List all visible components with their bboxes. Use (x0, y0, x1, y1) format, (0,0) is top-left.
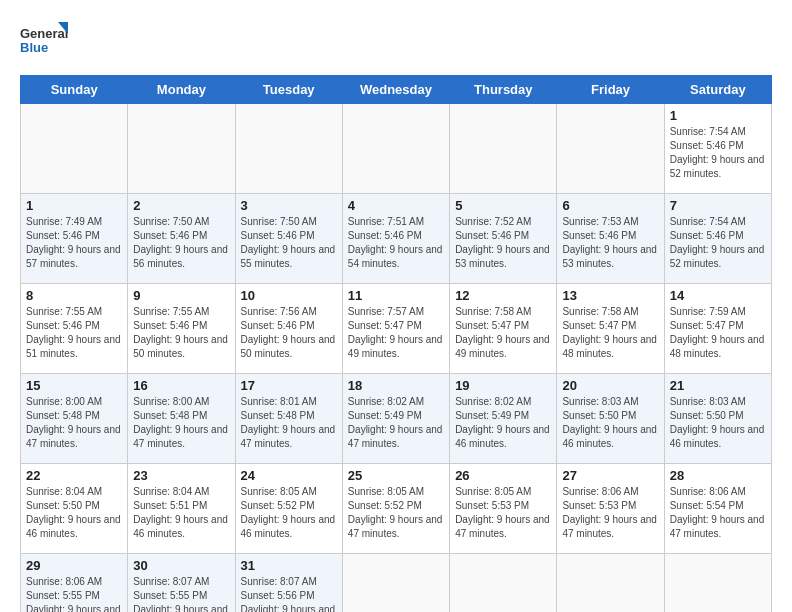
day-number: 20 (562, 378, 658, 393)
cell-info: Sunrise: 8:05 AMSunset: 5:52 PMDaylight:… (241, 485, 337, 541)
calendar-cell (21, 104, 128, 194)
day-number: 25 (348, 468, 444, 483)
cell-info: Sunrise: 8:04 AMSunset: 5:50 PMDaylight:… (26, 485, 122, 541)
calendar-cell (557, 554, 664, 613)
header: General Blue (20, 20, 772, 65)
day-number: 24 (241, 468, 337, 483)
day-number: 7 (670, 198, 766, 213)
day-number: 18 (348, 378, 444, 393)
cell-info: Sunrise: 8:01 AMSunset: 5:48 PMDaylight:… (241, 395, 337, 451)
calendar-header: SundayMondayTuesdayWednesdayThursdayFrid… (21, 76, 772, 104)
calendar-cell (450, 104, 557, 194)
cell-info: Sunrise: 8:00 AMSunset: 5:48 PMDaylight:… (133, 395, 229, 451)
cell-info: Sunrise: 8:06 AMSunset: 5:53 PMDaylight:… (562, 485, 658, 541)
day-number: 1 (670, 108, 766, 123)
calendar-cell (235, 104, 342, 194)
day-number: 28 (670, 468, 766, 483)
calendar-cell (450, 554, 557, 613)
cell-info: Sunrise: 7:50 AMSunset: 5:46 PMDaylight:… (241, 215, 337, 271)
day-number: 30 (133, 558, 229, 573)
calendar-cell: 9Sunrise: 7:55 AMSunset: 5:46 PMDaylight… (128, 284, 235, 374)
day-number: 21 (670, 378, 766, 393)
logo-svg: General Blue (20, 20, 70, 65)
day-number: 22 (26, 468, 122, 483)
calendar-cell: 12Sunrise: 7:58 AMSunset: 5:47 PMDayligh… (450, 284, 557, 374)
day-number: 10 (241, 288, 337, 303)
calendar-cell: 17Sunrise: 8:01 AMSunset: 5:48 PMDayligh… (235, 374, 342, 464)
calendar-week-row: 1Sunrise: 7:49 AMSunset: 5:46 PMDaylight… (21, 194, 772, 284)
calendar-cell: 18Sunrise: 8:02 AMSunset: 5:49 PMDayligh… (342, 374, 449, 464)
day-number: 6 (562, 198, 658, 213)
cell-info: Sunrise: 7:54 AMSunset: 5:46 PMDaylight:… (670, 215, 766, 271)
cell-info: Sunrise: 7:49 AMSunset: 5:46 PMDaylight:… (26, 215, 122, 271)
calendar-cell: 29Sunrise: 8:06 AMSunset: 5:55 PMDayligh… (21, 554, 128, 613)
cell-info: Sunrise: 7:53 AMSunset: 5:46 PMDaylight:… (562, 215, 658, 271)
day-number: 19 (455, 378, 551, 393)
calendar-cell: 10Sunrise: 7:56 AMSunset: 5:46 PMDayligh… (235, 284, 342, 374)
cell-info: Sunrise: 8:07 AMSunset: 5:56 PMDaylight:… (241, 575, 337, 612)
calendar-cell: 8Sunrise: 7:55 AMSunset: 5:46 PMDaylight… (21, 284, 128, 374)
calendar-cell: 13Sunrise: 7:58 AMSunset: 5:47 PMDayligh… (557, 284, 664, 374)
day-number: 14 (670, 288, 766, 303)
svg-text:Blue: Blue (20, 40, 48, 55)
calendar-cell: 2Sunrise: 7:50 AMSunset: 5:46 PMDaylight… (128, 194, 235, 284)
calendar-cell: 19Sunrise: 8:02 AMSunset: 5:49 PMDayligh… (450, 374, 557, 464)
calendar-cell: 15Sunrise: 8:00 AMSunset: 5:48 PMDayligh… (21, 374, 128, 464)
calendar-cell: 7Sunrise: 7:54 AMSunset: 5:46 PMDaylight… (664, 194, 771, 284)
cell-info: Sunrise: 7:59 AMSunset: 5:47 PMDaylight:… (670, 305, 766, 361)
calendar-cell: 1Sunrise: 7:54 AMSunset: 5:46 PMDaylight… (664, 104, 771, 194)
cell-info: Sunrise: 8:05 AMSunset: 5:52 PMDaylight:… (348, 485, 444, 541)
calendar-cell (557, 104, 664, 194)
day-number: 9 (133, 288, 229, 303)
cell-info: Sunrise: 7:58 AMSunset: 5:47 PMDaylight:… (455, 305, 551, 361)
day-number: 5 (455, 198, 551, 213)
calendar-table: SundayMondayTuesdayWednesdayThursdayFrid… (20, 75, 772, 612)
header-day-thursday: Thursday (450, 76, 557, 104)
day-number: 11 (348, 288, 444, 303)
calendar-cell: 22Sunrise: 8:04 AMSunset: 5:50 PMDayligh… (21, 464, 128, 554)
calendar-cell: 31Sunrise: 8:07 AMSunset: 5:56 PMDayligh… (235, 554, 342, 613)
cell-info: Sunrise: 7:55 AMSunset: 5:46 PMDaylight:… (26, 305, 122, 361)
calendar-cell: 16Sunrise: 8:00 AMSunset: 5:48 PMDayligh… (128, 374, 235, 464)
cell-info: Sunrise: 8:06 AMSunset: 5:55 PMDaylight:… (26, 575, 122, 612)
day-number: 15 (26, 378, 122, 393)
cell-info: Sunrise: 7:55 AMSunset: 5:46 PMDaylight:… (133, 305, 229, 361)
day-number: 4 (348, 198, 444, 213)
header-day-sunday: Sunday (21, 76, 128, 104)
cell-info: Sunrise: 8:02 AMSunset: 5:49 PMDaylight:… (348, 395, 444, 451)
calendar-cell: 27Sunrise: 8:06 AMSunset: 5:53 PMDayligh… (557, 464, 664, 554)
cell-info: Sunrise: 8:05 AMSunset: 5:53 PMDaylight:… (455, 485, 551, 541)
day-number: 3 (241, 198, 337, 213)
day-number: 29 (26, 558, 122, 573)
calendar-cell: 25Sunrise: 8:05 AMSunset: 5:52 PMDayligh… (342, 464, 449, 554)
cell-info: Sunrise: 7:56 AMSunset: 5:46 PMDaylight:… (241, 305, 337, 361)
day-number: 13 (562, 288, 658, 303)
cell-info: Sunrise: 7:54 AMSunset: 5:46 PMDaylight:… (670, 125, 766, 181)
calendar-cell: 28Sunrise: 8:06 AMSunset: 5:54 PMDayligh… (664, 464, 771, 554)
day-number: 31 (241, 558, 337, 573)
logo: General Blue (20, 20, 70, 65)
day-number: 12 (455, 288, 551, 303)
calendar-cell (664, 554, 771, 613)
cell-info: Sunrise: 8:02 AMSunset: 5:49 PMDaylight:… (455, 395, 551, 451)
calendar-cell: 1Sunrise: 7:49 AMSunset: 5:46 PMDaylight… (21, 194, 128, 284)
calendar-cell: 5Sunrise: 7:52 AMSunset: 5:46 PMDaylight… (450, 194, 557, 284)
calendar-cell: 4Sunrise: 7:51 AMSunset: 5:46 PMDaylight… (342, 194, 449, 284)
cell-info: Sunrise: 8:07 AMSunset: 5:55 PMDaylight:… (133, 575, 229, 612)
header-day-tuesday: Tuesday (235, 76, 342, 104)
calendar-cell: 21Sunrise: 8:03 AMSunset: 5:50 PMDayligh… (664, 374, 771, 464)
svg-text:General: General (20, 26, 68, 41)
day-number: 26 (455, 468, 551, 483)
cell-info: Sunrise: 7:52 AMSunset: 5:46 PMDaylight:… (455, 215, 551, 271)
header-day-wednesday: Wednesday (342, 76, 449, 104)
calendar-body: 1Sunrise: 7:54 AMSunset: 5:46 PMDaylight… (21, 104, 772, 613)
calendar-week-row: 29Sunrise: 8:06 AMSunset: 5:55 PMDayligh… (21, 554, 772, 613)
cell-info: Sunrise: 8:03 AMSunset: 5:50 PMDaylight:… (670, 395, 766, 451)
header-day-friday: Friday (557, 76, 664, 104)
cell-info: Sunrise: 7:51 AMSunset: 5:46 PMDaylight:… (348, 215, 444, 271)
day-number: 16 (133, 378, 229, 393)
header-row: SundayMondayTuesdayWednesdayThursdayFrid… (21, 76, 772, 104)
day-number: 8 (26, 288, 122, 303)
calendar-cell: 14Sunrise: 7:59 AMSunset: 5:47 PMDayligh… (664, 284, 771, 374)
calendar-cell: 30Sunrise: 8:07 AMSunset: 5:55 PMDayligh… (128, 554, 235, 613)
